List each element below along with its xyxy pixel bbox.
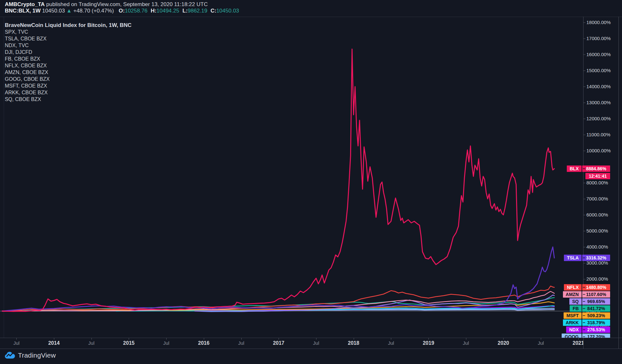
time-scale-label-2021: 2021 <box>573 340 583 346</box>
legend-item-dji[interactable]: DJI, DJCFD <box>5 49 132 55</box>
time-scale-label-2015: 2015 <box>123 340 135 346</box>
time-scale-label-Jul: Jul <box>313 340 319 346</box>
price-label-tick <box>583 287 585 288</box>
price-label-value: 1107.60% <box>582 291 610 298</box>
price-label-symbol: AMZN <box>563 291 582 298</box>
symbol-legend: BraveNewCoin Liquid Index for Bitcoin, 1… <box>5 22 132 103</box>
price-label-tick <box>583 322 585 323</box>
time-scale[interactable]: Jul2014Jul2015Jul2016Jul2017Jul2018Jul20… <box>0 338 583 349</box>
price-label-symbol: NFLX <box>564 284 582 291</box>
time-scale-label-Jul: Jul <box>13 340 20 346</box>
price-label-value: 318.79% <box>582 319 610 326</box>
ohlc-values: O:10258.76H:10494.25L:9862.19C:10450.03 <box>116 8 239 14</box>
up-arrow-icon: ▲ <box>66 8 72 14</box>
legend-item-sq[interactable]: SQ, CBOE BZX <box>5 96 132 103</box>
legend-item-goog[interactable]: GOOG, CBOE BZX <box>5 76 132 82</box>
price-label-GOOG: GOOG172.20% <box>0 334 622 338</box>
price-label-symbol: ARKK <box>563 319 582 326</box>
price-label-symbol: MSFT <box>564 312 582 319</box>
price-label-MSFT: MSFT509.23% <box>0 312 622 319</box>
price-label-BLX: BLX8884.86% <box>0 165 622 172</box>
legend-item-arkk[interactable]: ARKK, CBOE BZX <box>5 89 132 96</box>
legend-item-nflx[interactable]: NFLX, CBOE BZX <box>5 62 132 69</box>
price-label-FB: FB841.72% <box>0 305 622 312</box>
last-price: 10450.03 <box>42 8 65 14</box>
ohlc-label: O: <box>119 8 125 14</box>
price-label-tick <box>583 168 585 169</box>
legend-item-ndx[interactable]: NDX, TVC <box>5 42 132 49</box>
ohlc-value: 10450.03 <box>216 8 239 14</box>
price-label-value: 276.53% <box>582 326 610 333</box>
price-change: +48.70 (+0.47%) <box>73 8 114 14</box>
legend-item-tsla[interactable]: TSLA, CBOE BZX <box>5 35 132 42</box>
time-scale-label-2019: 2019 <box>423 340 434 346</box>
ohlc-label: H: <box>151 8 157 14</box>
legend-item-fb[interactable]: FB, CBOE BZX <box>5 55 132 62</box>
price-label-NDX: NDX276.53% <box>0 326 622 333</box>
ohlc-value: 10494.25 <box>157 8 179 14</box>
legend-item-msft[interactable]: MSFT, CBOE BZX <box>5 82 132 89</box>
price-label-tick <box>583 258 585 258</box>
brand-footer[interactable]: TradingView <box>4 351 56 360</box>
time-scale-label-Jul: Jul <box>538 340 544 346</box>
price-label-TSLA: TSLA3316.32% <box>0 255 622 261</box>
time-scale-label-Jul: Jul <box>463 340 469 346</box>
price-label-value: 3316.32% <box>582 255 610 261</box>
snapshot-header: AMBCrypto_TA published on TradingView.co… <box>5 1 239 14</box>
time-scale-label-Jul: Jul <box>238 340 244 346</box>
tradingview-brand-text: TradingView <box>18 351 56 359</box>
time-scale-label-Jul: Jul <box>388 340 394 346</box>
legend-item-spx[interactable]: SPX, TVC <box>5 29 132 35</box>
ohlc-value: 9862.19 <box>187 8 207 14</box>
ohlc-value: 10258.76 <box>125 8 148 14</box>
price-label-symbol: FB <box>570 305 582 312</box>
price-label-tick <box>583 301 585 302</box>
price-label-ARKK: ARKK318.79% <box>0 319 622 326</box>
price-label-AMZN: AMZN1107.60% <box>0 291 622 298</box>
price-label-value: 509.23% <box>582 312 610 319</box>
published-text: published on TradingView.com, September … <box>45 1 208 7</box>
time-scale-label-2014: 2014 <box>48 340 60 346</box>
price-label-symbol: SQ <box>569 298 582 305</box>
author-name: AMBCrypto_TA <box>5 1 45 7</box>
price-label-SQ: SQ969.65% <box>0 298 622 305</box>
price-label-tick <box>583 329 585 330</box>
time-scale-label-2020: 2020 <box>498 340 509 346</box>
price-label-tick <box>583 315 585 316</box>
time-scale-border <box>0 338 622 338</box>
published-line: AMBCrypto_TA published on TradingView.co… <box>5 1 239 7</box>
time-scale-label-2016: 2016 <box>198 340 210 346</box>
price-label-value: 1480.80% <box>582 284 610 291</box>
price-label-value: 8884.86% <box>582 165 610 172</box>
tradingview-logo-icon <box>4 351 15 360</box>
price-label-tick <box>583 308 585 309</box>
time-scale-label-2017: 2017 <box>273 340 284 346</box>
price-label-value: 841.72% <box>582 305 610 312</box>
price-label-symbol: BLX <box>567 165 582 172</box>
price-label-symbol: TSLA <box>564 255 582 261</box>
time-scale-label-Jul: Jul <box>88 340 94 346</box>
tradingview-snapshot: 18000.00%17000.00%16000.00%15000.00%1400… <box>0 0 622 364</box>
price-label-value: 969.65% <box>582 298 610 305</box>
time-scale-label-2018: 2018 <box>348 340 359 346</box>
time-scale-label-Jul: Jul <box>163 340 169 346</box>
price-label-tick <box>583 336 585 337</box>
legend-main-symbol[interactable]: BraveNewCoin Liquid Index for Bitcoin, 1… <box>5 22 132 29</box>
countdown-value: 12:41:41 <box>585 173 610 179</box>
price-label-value: 172.20% <box>582 334 610 338</box>
price-label-symbol: GOOG <box>562 334 582 338</box>
price-label-symbol: NDX <box>566 326 582 333</box>
legend-item-amzn[interactable]: AMZN, CBOE BZX <box>5 69 132 76</box>
symbol-interval: BNC:BLX, 1W <box>5 8 40 14</box>
bar-close-countdown: 12:41:41 <box>0 173 622 179</box>
time-scale-bottom-border <box>0 349 622 349</box>
ohlc-label: L: <box>182 8 187 14</box>
ohlc-label: C: <box>211 8 216 14</box>
symbol-line: BNC:BLX, 1W 10450.03 ▲ +48.70 (+0.47%) O… <box>5 8 239 14</box>
price-label-tick <box>583 294 585 295</box>
price-label-NFLX: NFLX1480.80% <box>0 284 622 291</box>
